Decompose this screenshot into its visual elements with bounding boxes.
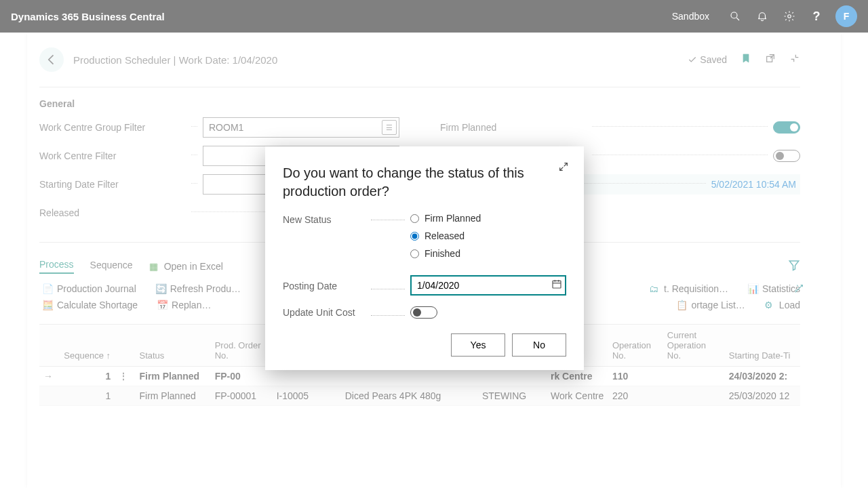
calendar-icon[interactable] bbox=[551, 279, 562, 292]
update-unit-cost-toggle[interactable] bbox=[410, 306, 437, 319]
update-unit-cost-label: Update Unit Cost bbox=[283, 306, 371, 318]
expand-icon[interactable] bbox=[558, 161, 569, 175]
new-status-label: New Status bbox=[283, 213, 371, 225]
yes-button[interactable]: Yes bbox=[451, 333, 505, 357]
svg-line-7 bbox=[560, 167, 564, 171]
no-button[interactable]: No bbox=[512, 333, 566, 357]
radio-finished[interactable]: Finished bbox=[410, 248, 566, 259]
dialog-title: Do you want to change the status of this… bbox=[283, 164, 566, 201]
change-status-dialog: Do you want to change the status of this… bbox=[265, 146, 584, 370]
posting-date-input[interactable] bbox=[410, 275, 566, 296]
radio-released[interactable]: Released bbox=[410, 230, 566, 241]
radio-firm-planned[interactable]: Firm Planned bbox=[410, 213, 566, 224]
new-status-radio-group: Firm Planned Released Finished bbox=[410, 213, 566, 266]
svg-line-6 bbox=[564, 163, 568, 167]
posting-date-label: Posting Date bbox=[283, 279, 371, 291]
svg-rect-8 bbox=[553, 281, 561, 288]
